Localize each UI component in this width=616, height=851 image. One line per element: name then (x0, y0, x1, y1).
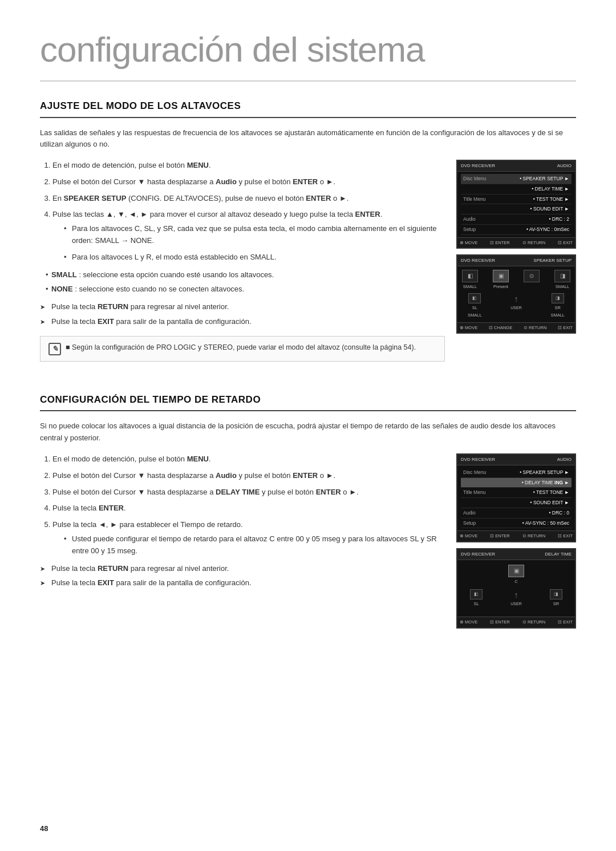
speaker-SR-icon: ◨ (552, 293, 564, 303)
row-value: • AV-SYNC : 0mSec (526, 226, 569, 233)
row-value: • SPEAKER SETUP ► (520, 469, 569, 476)
speaker-C-icon: ▣ (493, 270, 509, 282)
section2-heading: CONFIGURACIÓN DEL TIEMPO DE RETARDO (40, 392, 576, 412)
speaker-SL-delay-label: SL (473, 601, 479, 607)
screen1-body: Disc Menu • SPEAKER SETUP ► • DELAY TIME… (457, 172, 575, 237)
row-label: Audio (463, 216, 476, 223)
row-value: • SPEAKER SETUP ► (520, 175, 569, 183)
footer-return-3: ⊙ RETURN (522, 533, 545, 539)
row-value: • TEST TONE ► (533, 196, 569, 203)
speaker-C: ▣ Present (493, 270, 509, 290)
note-icon: ✎ (48, 343, 61, 355)
row-value: • AV-SYNC : 50 mSec (522, 520, 569, 527)
screen4-body: ▣ C ◧ SL ↑ (457, 560, 575, 617)
speakers-top-row: ◧ SMALL ▣ Present ⊙ (462, 270, 570, 290)
row-value: • SOUND EDIT ► (530, 205, 569, 213)
speaker-SR-delay-icon: ◨ (550, 589, 562, 599)
speaker-SL-size: SMALL (468, 312, 482, 318)
speaker-C-delay: ▣ C (508, 565, 524, 585)
screen2-panel: DVD RECEIVER SPEAKER SETUP ◧ SMALL ▣ (456, 254, 576, 334)
screen-row: Disc Menu • SPEAKER SETUP ► (461, 468, 572, 478)
row-label: Setup (463, 520, 476, 527)
user-arrow-delay-icon: ↑ (514, 589, 518, 601)
footer-move: ⊗ MOVE (460, 240, 477, 246)
bullet-none: NONE : seleccione esto cuando no se cone… (46, 283, 445, 295)
sub-bullet-2: Para los altavoces L y R, el modo está e… (64, 252, 445, 264)
footer-move-3: ⊗ MOVE (460, 533, 477, 539)
speaker-L-label: SMALL (463, 283, 477, 290)
section1-bullets: SMALL : seleccione esta opción cuando es… (40, 269, 445, 296)
speaker-R-label: SMALL (556, 283, 570, 290)
speaker-SR-delay-label: SR (553, 601, 559, 607)
footer-change: ⊡ CHANGE (489, 325, 512, 331)
footer-enter: ⊡ ENTER (490, 240, 510, 246)
row-label: Disc Menu (463, 469, 486, 476)
screen3-header-right: AUDIO (557, 456, 572, 463)
section1-screens: DVD RECEIVER AUDIO Disc Menu • SPEAKER S… (456, 160, 576, 334)
speaker-R-icon: ◨ (554, 270, 570, 282)
screen2-body: ◧ SMALL ▣ Present ⊙ (457, 266, 575, 322)
note-box-1: ✎ ■ Según la configuración de PRO LOGIC … (40, 336, 445, 362)
speaker-L-icon: ◧ (462, 270, 478, 282)
screen1-header-right: AUDIO (557, 163, 572, 169)
screen-row: • SOUND EDIT ► (461, 204, 572, 214)
screen-row: Setup • AV-SYNC : 50 mSec (461, 518, 572, 529)
row-label: Disc Menu (463, 175, 486, 183)
footer-exit-4: ⊡ EXIT (558, 619, 573, 625)
step-2-5: Pulse la tecla ◄, ► para establecer el T… (52, 519, 445, 557)
screen-row: Disc Menu • SPEAKER SETUP ► (461, 174, 572, 184)
speaker-SL-delay-size (476, 608, 477, 614)
footer-return-4: ⊙ RETURN (522, 619, 545, 625)
speakers-bottom-row: ◧ SL SMALL ↑ USER ◨ SR SMALL (462, 293, 570, 319)
screen-row-selected: • DELAY TIME ING ► (461, 478, 572, 488)
screen4-header: DVD RECEIVER DELAY TIME (457, 549, 575, 560)
section2-screens: DVD RECEIVER AUDIO Disc Menu • SPEAKER S… (456, 453, 576, 629)
screen-row: • SOUND EDIT ► (461, 498, 572, 508)
screen4-panel: DVD RECEIVER DELAY TIME ▣ C (456, 548, 576, 629)
speaker-R: ◨ SMALL (554, 270, 570, 290)
screen-row: Audio • DRC : 2 (461, 214, 572, 225)
speaker-SR-delay: ◨ SR (550, 589, 562, 615)
row-label: Audio (463, 509, 476, 517)
speaker-user: ↑ USER (510, 293, 521, 311)
screen4-header-left: DVD RECEIVER (461, 551, 495, 558)
footer-enter-4: ⊡ ENTER (490, 619, 510, 625)
speaker-C-delay-label: C (514, 578, 517, 585)
section1-heading: AJUSTE DEL MODO DE LOS ALTAVOCES (40, 99, 576, 118)
row-value: • DELAY TIME ► (532, 185, 569, 193)
screen2-header: DVD RECEIVER SPEAKER SETUP (457, 256, 575, 266)
screen-row: Audio • DRC : 0 (461, 508, 572, 518)
screen4-header-right: DELAY TIME (545, 551, 572, 558)
section-retardo: CONFIGURACIÓN DEL TIEMPO DE RETARDO Si n… (40, 392, 576, 629)
page-title: configuración del sistema (40, 23, 576, 82)
screen3-footer: ⊗ MOVE ⊡ ENTER ⊙ RETURN ⊡ EXIT (457, 530, 575, 541)
section2-ol: En el modo de detención, pulse el botón … (40, 453, 445, 557)
speaker-SR-label: SR (554, 305, 560, 311)
speaker-SW: ⊙ (524, 270, 540, 290)
footer-exit: ⊡ EXIT (558, 240, 573, 246)
section2-sub-bullets: Usted puede configurar el tiempo de reta… (52, 533, 445, 557)
user-label: USER (510, 305, 521, 311)
arrow-return-2: Pulse la tecla RETURN para regresar al n… (40, 563, 445, 575)
bullet-small: SMALL : seleccione esta opción cuando es… (46, 269, 445, 281)
step-2-3: Pulse el botón del Cursor ▼ hasta despla… (52, 487, 445, 499)
screen1-footer: ⊗ MOVE ⊡ ENTER ⊙ RETURN ⊡ EXIT (457, 237, 575, 248)
screen-row: • DELAY TIME ► (461, 184, 572, 194)
speaker-L: ◧ SMALL (462, 270, 478, 290)
speaker-SL-delay: ◧ SL (470, 589, 483, 615)
step-2-2: Pulse el botón del Cursor ▼ hasta despla… (52, 470, 445, 482)
note-text-1: ■ Según la configuración de PRO LOGIC y … (66, 342, 416, 353)
page-container: configuración del sistema AJUSTE DEL MOD… (0, 0, 616, 851)
step-1-4: Pulse las teclas ▲, ▼, ◄, ► para mover e… (52, 209, 445, 263)
screen3-panel: DVD RECEIVER AUDIO Disc Menu • SPEAKER S… (456, 453, 576, 542)
row-value: • SOUND EDIT ► (530, 499, 569, 506)
row-value: • DRC : 0 (549, 509, 569, 517)
screen-row: Title Menu • TEST TONE ► (461, 488, 572, 498)
footer-return: ⊙ RETURN (522, 240, 545, 246)
section1-content: En el modo de detención, pulse el botón … (40, 160, 576, 370)
delay-speaker-top: ▣ C (462, 565, 570, 585)
screen1-header: DVD RECEIVER AUDIO (457, 161, 575, 172)
blink-text: ING (553, 480, 563, 485)
step-1-1: En el modo de detención, pulse el botón … (52, 160, 445, 172)
section1-sub-bullets: Para los altavoces C, SL, y SR, cada vez… (52, 223, 445, 263)
